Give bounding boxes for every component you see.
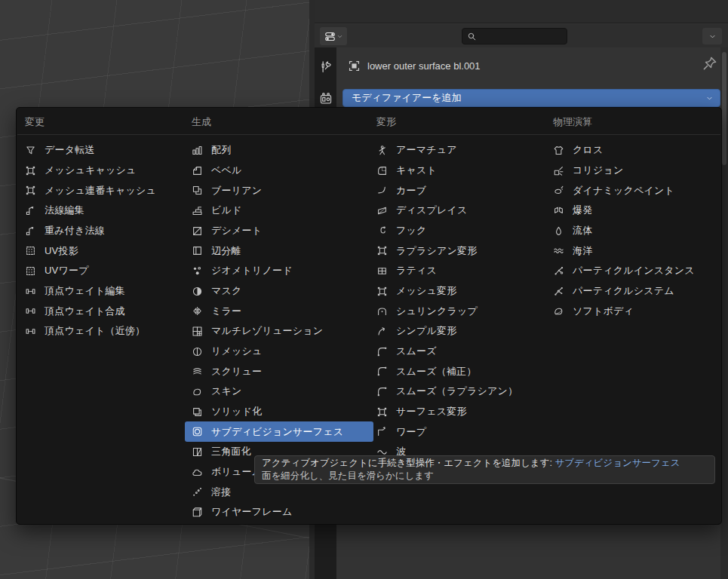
menu-item-multiresolution[interactable]: マルチレゾリューション — [185, 321, 373, 342]
menu-item-corrective-smooth[interactable]: スムーズ（補正） — [370, 361, 550, 381]
menu-item-smooth[interactable]: スムーズ — [370, 342, 550, 362]
menu-item-dynamic-paint[interactable]: ダイナミックペイント — [546, 180, 728, 201]
menu-item-laplacian-deform[interactable]: ラプラシアン変形 — [370, 240, 550, 261]
menu-item-ocean[interactable]: 海洋 — [546, 240, 728, 261]
soft-body-icon — [553, 305, 564, 317]
menu-item-hook[interactable]: フック — [370, 221, 550, 241]
menu-item-weld[interactable]: 溶接 — [185, 482, 373, 502]
uv-project-icon — [25, 245, 36, 256]
chevron-down-icon — [705, 94, 714, 103]
menu-item-vertex-weight-proximity[interactable]: 頂点ウェイト（近傍） — [18, 321, 188, 342]
menu-item-cast[interactable]: キャスト — [370, 161, 550, 181]
corrective-smooth-icon — [376, 366, 388, 377]
vertex-weight-mix-icon — [25, 305, 36, 317]
multiresolution-icon — [192, 326, 203, 337]
fluid-icon — [553, 225, 564, 237]
tab-render[interactable] — [317, 90, 335, 108]
bevel-icon — [192, 165, 203, 176]
menu-item-decimate[interactable]: デシメート — [185, 221, 373, 241]
wireframe-icon — [192, 507, 203, 518]
menu-item-uv-project[interactable]: UV投影 — [18, 240, 188, 261]
menu-item-remesh[interactable]: リメッシュ — [185, 342, 373, 362]
vertex-weight-proximity-icon — [25, 326, 36, 337]
menu-item-armature[interactable]: アーマチュア — [370, 140, 550, 161]
decimate-icon — [192, 225, 203, 237]
dynamic-paint-icon — [553, 185, 564, 196]
menu-column-title: 物理演算 — [553, 115, 728, 130]
curve-icon — [376, 185, 388, 196]
menu-item-simple-deform[interactable]: シンプル変形 — [370, 321, 550, 342]
menu-item-uv-warp[interactable]: UVワープ — [18, 261, 188, 281]
displace-icon — [376, 205, 388, 216]
mesh-deform-icon — [376, 286, 388, 297]
menu-item-mirror[interactable]: ミラー — [185, 301, 373, 321]
header-options-button[interactable] — [702, 28, 722, 44]
volume-to-mesh-icon — [192, 467, 203, 478]
search-input[interactable] — [481, 31, 556, 41]
menu-item-geometry-nodes[interactable]: ジオメトリノード — [185, 261, 373, 281]
editor-type-button[interactable] — [320, 27, 347, 45]
menu-item-array[interactable]: 配列 — [185, 140, 373, 161]
menu-item-boolean[interactable]: ブーリアン — [185, 180, 373, 201]
menu-item-wireframe[interactable]: ワイヤーフレーム — [185, 502, 373, 522]
tooltip-link-text: サブディビジョンサーフェス — [554, 458, 680, 468]
mask-icon — [192, 286, 203, 297]
menu-item-normal-edit[interactable]: 法線編集 — [18, 201, 188, 221]
add-modifier-button[interactable]: モディファイアーを追加 — [342, 89, 720, 107]
skin-icon — [192, 386, 203, 397]
lattice-icon — [376, 265, 388, 277]
ocean-icon — [553, 245, 564, 256]
menu-item-warp[interactable]: ワープ — [370, 421, 550, 442]
pin-button[interactable] — [702, 56, 717, 71]
menu-column-modify: 変更 データ転送 メッシュキャッシュ メッシュ連番キャッシュ 法線編集 重み付き… — [25, 115, 188, 342]
tool-icon — [319, 60, 333, 74]
weighted-normal-icon — [25, 225, 36, 237]
tooltip-line1: アクティブオブジェクトに手続き型操作・エフェクトを追加します: サブディビジョン… — [262, 457, 708, 470]
menu-item-data-transfer[interactable]: データ転送 — [18, 140, 188, 161]
particle-system-icon — [553, 286, 564, 297]
search-box[interactable] — [462, 28, 567, 44]
menu-item-shrinkwrap[interactable]: シュリンクラップ — [370, 301, 550, 321]
screw-icon — [192, 366, 203, 377]
smooth-icon — [376, 346, 388, 357]
menu-item-mesh-cache[interactable]: メッシュキャッシュ — [18, 161, 188, 181]
tab-tool[interactable] — [317, 58, 335, 76]
menu-item-build[interactable]: ビルド — [185, 201, 373, 221]
menu-item-skin[interactable]: スキン — [185, 381, 373, 402]
menu-item-curve[interactable]: カーブ — [370, 180, 550, 201]
menu-item-fluid[interactable]: 流体 — [546, 221, 728, 241]
menu-item-weighted-normal[interactable]: 重み付き法線 — [18, 221, 188, 241]
menu-item-subdivision-surface[interactable]: サブディビジョンサーフェス — [185, 421, 373, 442]
menu-item-lattice[interactable]: ラティス — [370, 261, 550, 281]
menu-item-cloth[interactable]: クロス — [546, 140, 728, 161]
menu-item-particle-system[interactable]: パーティクルシステム — [546, 281, 728, 302]
hook-icon — [376, 225, 388, 237]
menu-item-explode[interactable]: 爆発 — [546, 201, 728, 221]
menu-item-displace[interactable]: ディスプレイス — [370, 201, 550, 221]
menu-item-soft-body[interactable]: ソフトボディ — [546, 301, 728, 321]
menu-item-bevel[interactable]: ベベル — [185, 161, 373, 181]
triangulate-icon — [192, 446, 203, 458]
menu-item-mesh-sequence-cache[interactable]: メッシュ連番キャッシュ — [18, 180, 188, 201]
menu-item-edge-split[interactable]: 辺分離 — [185, 240, 373, 261]
menu-item-mask[interactable]: マスク — [185, 281, 373, 302]
menu-column-title: 変形 — [376, 115, 550, 130]
menu-item-solidify[interactable]: ソリッド化 — [185, 402, 373, 422]
menu-item-vertex-weight-edit[interactable]: 頂点ウェイト編集 — [18, 281, 188, 302]
boolean-icon — [192, 185, 203, 196]
menu-item-surface-deform[interactable]: サーフェス変形 — [370, 402, 550, 422]
menu-item-particle-instance[interactable]: パーティクルインスタンス — [546, 261, 728, 281]
subdivision-surface-icon — [192, 426, 203, 437]
menu-item-screw[interactable]: スクリュー — [185, 361, 373, 381]
menu-item-laplacian-smooth[interactable]: スムーズ（ラプラシアン） — [370, 381, 550, 402]
menu-item-vertex-weight-mix[interactable]: 頂点ウェイト合成 — [18, 301, 188, 321]
menu-column-title: 生成 — [192, 115, 373, 130]
menu-column-physics: 物理演算 クロス コリジョン ダイナミックペイント 爆発 流体 海洋 パーティク… — [553, 115, 728, 321]
geometry-nodes-icon — [192, 265, 203, 277]
menu-item-mesh-deform[interactable]: メッシュ変形 — [370, 281, 550, 302]
menu-item-collision[interactable]: コリジョン — [546, 161, 728, 181]
breadcrumb: lower outer surface bl.001 — [348, 57, 714, 74]
armature-icon — [376, 145, 388, 156]
object-name: lower outer surface bl.001 — [367, 60, 481, 72]
particle-instance-icon — [553, 265, 564, 277]
